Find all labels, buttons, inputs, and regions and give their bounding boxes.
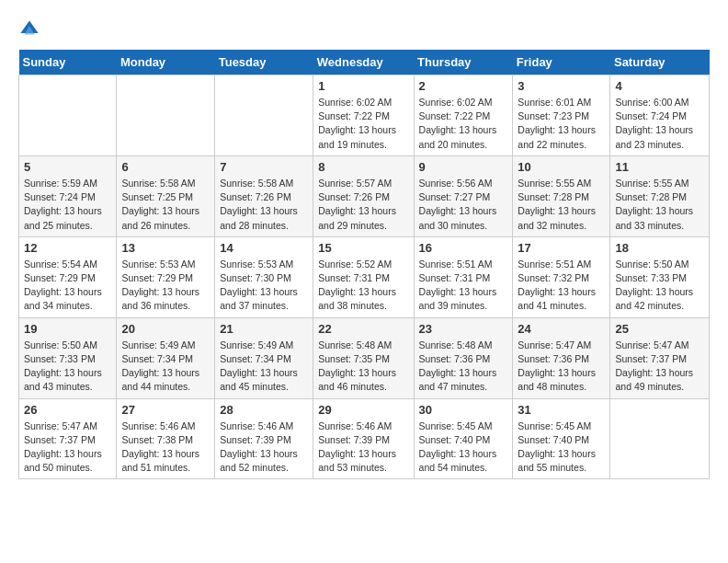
- calendar-cell: 8Sunrise: 5:57 AM Sunset: 7:26 PM Daylig…: [313, 155, 414, 236]
- calendar-week-row: 12Sunrise: 5:54 AM Sunset: 7:29 PM Dayli…: [19, 236, 710, 317]
- calendar-cell: 14Sunrise: 5:53 AM Sunset: 7:30 PM Dayli…: [215, 236, 313, 317]
- day-number: 22: [318, 322, 408, 336]
- day-info: Sunrise: 5:46 AM Sunset: 7:38 PM Dayligh…: [121, 419, 210, 476]
- calendar-cell: 26Sunrise: 5:47 AM Sunset: 7:37 PM Dayli…: [19, 398, 117, 479]
- calendar-cell: 3Sunrise: 6:01 AM Sunset: 7:23 PM Daylig…: [513, 75, 610, 156]
- day-number: 4: [615, 79, 704, 93]
- day-info: Sunrise: 5:45 AM Sunset: 7:40 PM Dayligh…: [419, 419, 508, 476]
- day-number: 10: [518, 160, 605, 174]
- calendar-cell: 25Sunrise: 5:47 AM Sunset: 7:37 PM Dayli…: [610, 317, 710, 398]
- calendar-cell: [117, 75, 215, 156]
- day-info: Sunrise: 5:45 AM Sunset: 7:40 PM Dayligh…: [518, 419, 605, 476]
- day-number: 7: [220, 160, 308, 174]
- day-number: 3: [518, 79, 605, 93]
- day-info: Sunrise: 5:57 AM Sunset: 7:26 PM Dayligh…: [318, 177, 408, 233]
- day-info: Sunrise: 5:53 AM Sunset: 7:29 PM Dayligh…: [121, 258, 210, 314]
- day-info: Sunrise: 5:49 AM Sunset: 7:34 PM Dayligh…: [121, 339, 210, 395]
- day-info: Sunrise: 5:48 AM Sunset: 7:35 PM Dayligh…: [318, 339, 408, 395]
- calendar-cell: [19, 75, 117, 156]
- calendar-cell: 13Sunrise: 5:53 AM Sunset: 7:29 PM Dayli…: [117, 236, 215, 317]
- day-number: 28: [220, 403, 308, 417]
- day-info: Sunrise: 5:50 AM Sunset: 7:33 PM Dayligh…: [615, 258, 704, 314]
- weekday-header-saturday: Saturday: [610, 50, 710, 75]
- calendar-cell: 5Sunrise: 5:59 AM Sunset: 7:24 PM Daylig…: [19, 155, 117, 236]
- calendar-cell: [215, 75, 313, 156]
- calendar-table: SundayMondayTuesdayWednesdayThursdayFrid…: [18, 50, 710, 479]
- calendar-cell: 18Sunrise: 5:50 AM Sunset: 7:33 PM Dayli…: [610, 236, 710, 317]
- day-number: 25: [615, 322, 704, 336]
- day-info: Sunrise: 6:01 AM Sunset: 7:23 PM Dayligh…: [518, 96, 605, 152]
- day-number: 1: [318, 79, 408, 93]
- calendar-cell: 15Sunrise: 5:52 AM Sunset: 7:31 PM Dayli…: [313, 236, 414, 317]
- day-info: Sunrise: 5:58 AM Sunset: 7:25 PM Dayligh…: [121, 177, 210, 233]
- day-info: Sunrise: 5:51 AM Sunset: 7:31 PM Dayligh…: [419, 258, 508, 314]
- day-info: Sunrise: 6:00 AM Sunset: 7:24 PM Dayligh…: [615, 96, 704, 152]
- day-info: Sunrise: 5:59 AM Sunset: 7:24 PM Dayligh…: [24, 177, 111, 233]
- day-info: Sunrise: 5:51 AM Sunset: 7:32 PM Dayligh…: [518, 258, 605, 314]
- day-info: Sunrise: 5:55 AM Sunset: 7:28 PM Dayligh…: [615, 177, 704, 233]
- day-info: Sunrise: 6:02 AM Sunset: 7:22 PM Dayligh…: [419, 96, 508, 152]
- calendar-cell: [610, 398, 710, 479]
- calendar-week-row: 19Sunrise: 5:50 AM Sunset: 7:33 PM Dayli…: [19, 317, 710, 398]
- calendar-cell: 10Sunrise: 5:55 AM Sunset: 7:28 PM Dayli…: [513, 155, 610, 236]
- day-number: 11: [615, 160, 704, 174]
- day-info: Sunrise: 5:47 AM Sunset: 7:37 PM Dayligh…: [615, 339, 704, 395]
- day-number: 2: [419, 79, 508, 93]
- day-info: Sunrise: 5:55 AM Sunset: 7:28 PM Dayligh…: [518, 177, 605, 233]
- calendar-week-row: 5Sunrise: 5:59 AM Sunset: 7:24 PM Daylig…: [19, 155, 710, 236]
- calendar-cell: 2Sunrise: 6:02 AM Sunset: 7:22 PM Daylig…: [414, 75, 513, 156]
- day-info: Sunrise: 5:53 AM Sunset: 7:30 PM Dayligh…: [220, 258, 308, 314]
- day-info: Sunrise: 6:02 AM Sunset: 7:22 PM Dayligh…: [318, 96, 408, 152]
- day-number: 27: [121, 403, 210, 417]
- calendar-cell: 19Sunrise: 5:50 AM Sunset: 7:33 PM Dayli…: [19, 317, 117, 398]
- day-number: 24: [518, 322, 605, 336]
- day-number: 23: [419, 322, 508, 336]
- day-number: 30: [419, 403, 508, 417]
- calendar-cell: 23Sunrise: 5:48 AM Sunset: 7:36 PM Dayli…: [414, 317, 513, 398]
- calendar-cell: 31Sunrise: 5:45 AM Sunset: 7:40 PM Dayli…: [513, 398, 610, 479]
- logo-icon: [18, 18, 40, 40]
- calendar-week-row: 26Sunrise: 5:47 AM Sunset: 7:37 PM Dayli…: [19, 398, 710, 479]
- day-number: 29: [318, 403, 408, 417]
- weekday-header-monday: Monday: [117, 50, 215, 75]
- day-number: 5: [24, 160, 111, 174]
- calendar-cell: 4Sunrise: 6:00 AM Sunset: 7:24 PM Daylig…: [610, 75, 710, 156]
- calendar-cell: 28Sunrise: 5:46 AM Sunset: 7:39 PM Dayli…: [215, 398, 313, 479]
- day-number: 15: [318, 241, 408, 255]
- calendar-cell: 1Sunrise: 6:02 AM Sunset: 7:22 PM Daylig…: [313, 75, 414, 156]
- weekday-header-row: SundayMondayTuesdayWednesdayThursdayFrid…: [19, 50, 710, 75]
- day-info: Sunrise: 5:46 AM Sunset: 7:39 PM Dayligh…: [220, 419, 308, 476]
- weekday-header-thursday: Thursday: [414, 50, 513, 75]
- day-info: Sunrise: 5:49 AM Sunset: 7:34 PM Dayligh…: [220, 339, 308, 395]
- calendar-cell: 22Sunrise: 5:48 AM Sunset: 7:35 PM Dayli…: [313, 317, 414, 398]
- day-number: 19: [24, 322, 111, 336]
- day-info: Sunrise: 5:52 AM Sunset: 7:31 PM Dayligh…: [318, 258, 408, 314]
- logo: [18, 18, 44, 40]
- day-info: Sunrise: 5:58 AM Sunset: 7:26 PM Dayligh…: [220, 177, 308, 233]
- calendar-cell: 20Sunrise: 5:49 AM Sunset: 7:34 PM Dayli…: [117, 317, 215, 398]
- day-info: Sunrise: 5:47 AM Sunset: 7:36 PM Dayligh…: [518, 339, 605, 395]
- weekday-header-tuesday: Tuesday: [215, 50, 313, 75]
- day-number: 20: [121, 322, 210, 336]
- day-number: 6: [121, 160, 210, 174]
- calendar-cell: 16Sunrise: 5:51 AM Sunset: 7:31 PM Dayli…: [414, 236, 513, 317]
- calendar-cell: 27Sunrise: 5:46 AM Sunset: 7:38 PM Dayli…: [117, 398, 215, 479]
- day-number: 13: [121, 241, 210, 255]
- calendar-cell: 7Sunrise: 5:58 AM Sunset: 7:26 PM Daylig…: [215, 155, 313, 236]
- day-number: 18: [615, 241, 704, 255]
- calendar-cell: 21Sunrise: 5:49 AM Sunset: 7:34 PM Dayli…: [215, 317, 313, 398]
- day-number: 8: [318, 160, 408, 174]
- page-header: [18, 18, 710, 40]
- calendar-cell: 6Sunrise: 5:58 AM Sunset: 7:25 PM Daylig…: [117, 155, 215, 236]
- calendar-week-row: 1Sunrise: 6:02 AM Sunset: 7:22 PM Daylig…: [19, 75, 710, 156]
- day-number: 16: [419, 241, 508, 255]
- weekday-header-friday: Friday: [513, 50, 610, 75]
- calendar-cell: 11Sunrise: 5:55 AM Sunset: 7:28 PM Dayli…: [610, 155, 710, 236]
- calendar-cell: 24Sunrise: 5:47 AM Sunset: 7:36 PM Dayli…: [513, 317, 610, 398]
- day-number: 9: [419, 160, 508, 174]
- calendar-cell: 9Sunrise: 5:56 AM Sunset: 7:27 PM Daylig…: [414, 155, 513, 236]
- calendar-cell: 17Sunrise: 5:51 AM Sunset: 7:32 PM Dayli…: [513, 236, 610, 317]
- day-info: Sunrise: 5:47 AM Sunset: 7:37 PM Dayligh…: [24, 419, 111, 476]
- day-number: 14: [220, 241, 308, 255]
- weekday-header-sunday: Sunday: [19, 50, 117, 75]
